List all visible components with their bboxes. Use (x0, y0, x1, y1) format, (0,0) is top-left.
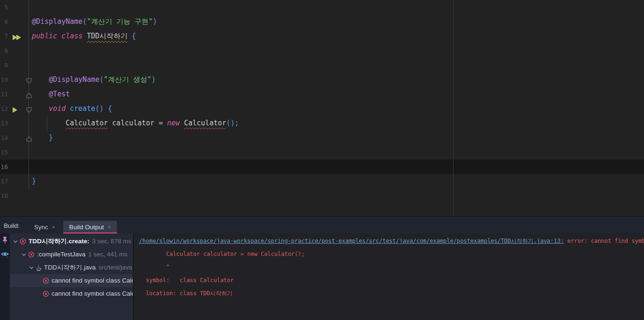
build-toolbar (0, 233, 10, 320)
code-text: public class TDD시작하기 { (32, 29, 136, 44)
tree-row[interactable]: :compileTestJava1 sec, 441 ms (10, 248, 133, 261)
code-line[interactable]: 18 (0, 189, 644, 203)
run-class-icon[interactable] (13, 34, 22, 42)
code-text: } (32, 174, 36, 189)
code-text: Calculator calculator = new Calculator()… (32, 116, 239, 131)
console-line: symbol: class Calculator (139, 274, 644, 287)
code-line[interactable]: 13 Calculator calculator = new Calculato… (0, 116, 644, 131)
console-line: /home/slowin/workspace/java-workspace/sp… (139, 234, 644, 247)
line-number: 10 (0, 73, 8, 87)
chevron-down-icon[interactable] (29, 265, 34, 270)
java-file-icon (36, 264, 42, 271)
line-number: 7 (0, 29, 8, 44)
line-number: 11 (0, 87, 8, 102)
code-line[interactable]: 8 (0, 44, 644, 58)
error-icon (43, 277, 49, 284)
run-test-icon[interactable] (13, 106, 18, 115)
code-line[interactable]: 9 (0, 58, 644, 73)
tree-row-detail: 1 sec, 441 ms (88, 248, 128, 261)
code-editor[interactable]: 56@DisplayName("계산기 기능 구현")7public class… (0, 0, 644, 216)
tree-row-label: cannot find symbol class Calculator (51, 287, 133, 300)
tab-build-output[interactable]: Build Output× (63, 221, 117, 233)
code-line[interactable]: 7public class TDD시작하기 { (0, 29, 644, 44)
line-number: 17 (0, 174, 8, 189)
build-output-tree[interactable]: TDD시작하기.create:3 sec, 878 ms:compileTest… (10, 233, 133, 320)
code-line[interactable]: 16 (0, 160, 644, 174)
build-tab-bar: Build: Sync×Build Output× (0, 217, 644, 233)
code-line[interactable]: 15 (0, 145, 644, 160)
line-number: 12 (0, 102, 8, 116)
chevron-down-icon[interactable] (13, 239, 18, 244)
fold-marker-icon[interactable] (26, 92, 32, 100)
line-number: 18 (0, 189, 8, 203)
tree-row-label: TDD시작하기.java (44, 261, 95, 274)
tab-label: Sync (34, 224, 48, 231)
tree-row[interactable]: TDD시작하기.create:3 sec, 878 ms (10, 235, 133, 248)
build-tool-window: Build: Sync×Build Output× TDD시작하기.create… (0, 216, 644, 320)
fold-marker-icon[interactable] (26, 77, 32, 86)
line-number: 5 (0, 0, 8, 15)
tree-row-label: :compileTestJava (37, 248, 86, 261)
error-icon (20, 238, 26, 245)
code-text: @DisplayName("계산기 기능 구현") (32, 15, 157, 29)
tab-close-icon[interactable]: × (108, 224, 111, 231)
fold-marker-icon[interactable] (26, 135, 32, 144)
eye-filter-icon[interactable] (1, 251, 9, 259)
code-line[interactable]: 14 } (0, 131, 644, 145)
error-icon (43, 291, 49, 297)
line-number: 8 (0, 44, 8, 58)
code-line[interactable]: 12 void create() { (0, 102, 644, 116)
line-number: 16 (0, 160, 8, 174)
line-number: 13 (0, 116, 8, 131)
code-text: void create() { (32, 102, 112, 116)
build-output-console[interactable]: /home/slowin/workspace/java-workspace/sp… (133, 233, 644, 320)
code-line[interactable]: 5 (0, 0, 644, 15)
tree-row[interactable]: cannot find symbol class Calculator (10, 274, 133, 287)
console-line: ^ (139, 261, 644, 274)
tree-row[interactable]: TDD시작하기.javasrc/test/java (10, 261, 133, 274)
error-message-text: Calculator calculator = new Calculator()… (139, 251, 305, 257)
tab-close-icon[interactable]: × (52, 224, 55, 231)
console-line: location: class TDD시작하기 (139, 287, 644, 300)
tab-label: Build Output (69, 224, 104, 231)
tree-row-detail: 3 sec, 878 ms (92, 235, 132, 248)
tree-row[interactable]: cannot find symbol class Calculator (10, 287, 133, 300)
fold-marker-icon[interactable] (26, 106, 32, 115)
line-number: 14 (0, 131, 8, 145)
line-number: 15 (0, 145, 8, 160)
tree-row-label: cannot find symbol class Calculator (51, 274, 133, 287)
tree-row-label: TDD시작하기.create: (29, 235, 89, 248)
pin-icon[interactable] (1, 236, 8, 244)
chevron-down-icon[interactable] (21, 252, 27, 257)
console-line: Calculator calculator = new Calculator()… (139, 247, 644, 261)
code-line[interactable]: 6@DisplayName("계산기 기능 구현") (0, 15, 644, 29)
error-file-link[interactable]: /home/slowin/workspace/java-workspace/sp… (139, 238, 564, 244)
build-panel-label: Build: (4, 222, 20, 229)
error-message-text: ^ (139, 264, 169, 270)
tree-row-detail: src/test/java (98, 261, 132, 274)
code-text: @Test (32, 87, 70, 102)
code-line[interactable]: 10 @DisplayName("계산기 생성") (0, 73, 644, 87)
error-icon (28, 251, 35, 258)
tab-sync[interactable]: Sync× (28, 221, 61, 233)
error-message-text: location: class TDD시작하기 (139, 290, 233, 297)
code-line[interactable]: 17} (0, 174, 644, 189)
error-message-text: symbol: class Calculator (139, 277, 234, 284)
line-number: 9 (0, 58, 8, 73)
code-text: } (32, 131, 53, 145)
error-message-text: error: cannot find symbol (564, 238, 644, 244)
line-number: 6 (0, 15, 8, 29)
code-text: @DisplayName("계산기 생성") (32, 73, 156, 87)
code-line[interactable]: 11 @Test (0, 87, 644, 102)
